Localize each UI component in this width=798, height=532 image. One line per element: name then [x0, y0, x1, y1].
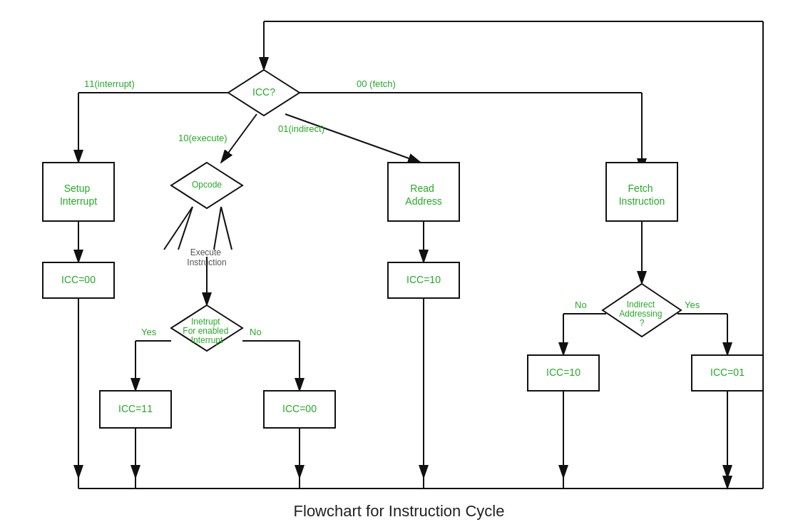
label-no-right: No: [250, 327, 262, 337]
icc11-label: ICC=11: [118, 403, 153, 414]
icc00-right-label: ICC=00: [282, 403, 317, 414]
icc01-label: ICC=01: [710, 367, 745, 378]
label-interrupt: 11(interrupt): [84, 78, 135, 89]
page-title: Flowchart for Instruction Cycle: [294, 502, 505, 521]
icc00-left-label: ICC=00: [61, 274, 96, 285]
label-no-left: No: [575, 300, 587, 310]
label-execute: 10(execute): [178, 133, 227, 143]
icc10-right-label: ICC=10: [546, 367, 580, 378]
opcode-label: Opcode: [191, 180, 221, 190]
label-yes-right: Yes: [685, 300, 700, 310]
label-indirect: 01(indirect): [278, 123, 324, 134]
svg-line-11: [164, 207, 193, 250]
execute-instruction-label: Execute Instruction: [187, 247, 226, 267]
svg-line-12: [178, 207, 193, 250]
svg-line-14: [221, 207, 232, 250]
svg-line-8: [285, 114, 421, 163]
label-fetch: 00 (fetch): [357, 78, 396, 89]
flowchart-diagram: ICC? Setup Interrupt ICC=00 Opcode Execu…: [21, 7, 777, 499]
label-yes-left: Yes: [141, 327, 157, 337]
icc-label: ICC?: [252, 86, 275, 98]
icc10-middle-label: ICC=10: [406, 274, 441, 285]
svg-line-13: [214, 207, 221, 250]
